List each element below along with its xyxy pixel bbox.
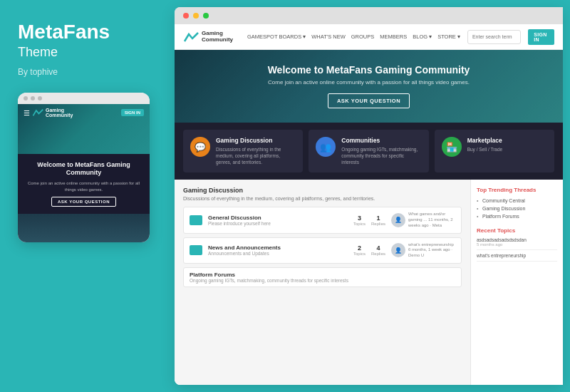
replies-count-1: 1 (371, 215, 385, 222)
brand-title: MetaFans (18, 21, 110, 43)
forum-item-news: News and Announcements Announcements and… (183, 237, 462, 264)
hamburger-icon: ☰ (24, 109, 30, 117)
replies-label-2: Replies (371, 252, 385, 256)
browser-close-dot (183, 13, 189, 19)
forum-latest-2: 👤 what's entrepreneurship 6 months, 1 we… (391, 242, 455, 259)
feature-title-communities: Communities (341, 137, 421, 144)
site-navbar: Gaming Community GAMESPOT BOARDS ▾ WHAT'… (175, 24, 563, 50)
forum-item-general: General Discussion Please introduce your… (183, 207, 462, 233)
forum-stats-news: 2 Topics 4 Replies (353, 244, 385, 256)
feature-title-marketplace: Marketplace (467, 137, 503, 144)
avatar-1: 👤 (391, 213, 405, 227)
search-input[interactable] (468, 34, 521, 39)
feature-title-gaming: Gaming Discussion (216, 137, 296, 144)
nav-link-whats-new[interactable]: WHAT'S NEW (311, 33, 346, 40)
recent-text-1[interactable]: asdsadsadsadsdsdsdan (477, 237, 557, 242)
topics-count-1: 3 (353, 215, 366, 222)
avatar-2: 👤 (391, 243, 405, 257)
section-title: Gaming Discussion (183, 187, 462, 194)
mobile-dot-1 (24, 96, 28, 100)
latest-text-1: What games and/or gaming ... 11 months, … (408, 212, 455, 228)
forum-item-platform: Platform Forums Ongoing gaming IGTs, mat… (183, 267, 462, 287)
trending-item-3[interactable]: Platform Forums (477, 212, 557, 220)
forum-name-news[interactable]: News and Announcements (208, 244, 348, 251)
mobile-desc-text: Come join an active online community wit… (25, 180, 142, 192)
topics-count-2: 2 (353, 244, 366, 252)
mobile-signin-button[interactable]: SIGN IN (121, 109, 144, 116)
site-logo-icon (183, 31, 199, 43)
platform-desc: Ongoing gaming IGTs, matchmaking, commun… (190, 278, 455, 283)
mobile-bottom (18, 214, 150, 242)
mobile-preview: ☰ Gaming Community SIGN IN Welcome to Me… (18, 93, 150, 242)
replies-count-2: 4 (371, 244, 385, 252)
forum-name-general[interactable]: General Discussion (208, 215, 348, 221)
forum-icon-news (190, 245, 202, 255)
recent-time-1: 5 months ago (477, 242, 557, 247)
platform-name[interactable]: Platform Forums (190, 272, 455, 278)
gaming-discussion-icon: 💬 (190, 137, 210, 157)
trending-item-2[interactable]: Gaming Discussion (477, 205, 557, 212)
browser-minimize-dot (193, 13, 199, 19)
browser-mockup: Gaming Community GAMESPOT BOARDS ▾ WHAT'… (175, 7, 563, 385)
mobile-logo-icon (32, 108, 43, 117)
sidebar: Top Trending Threads Community Central G… (470, 180, 563, 385)
hero-cta-button[interactable]: ASK YOUR QUESTION (328, 93, 410, 108)
by-author: By tophive (18, 67, 58, 77)
hero-section: Welcome to MetaFans Gaming Community Com… (175, 50, 563, 123)
site-logo: Gaming Community (183, 31, 240, 43)
mobile-content: Welcome to MetaFans Gaming Community Com… (18, 154, 150, 214)
main-content: Gaming Discussion Discussions of everyth… (175, 180, 563, 385)
nav-link-blog[interactable]: BLOG ▾ (413, 33, 432, 40)
mobile-nav: ☰ Gaming Community SIGN IN (18, 104, 150, 122)
nav-link-store[interactable]: STORE ▾ (437, 33, 460, 40)
marketplace-icon: 🏪 (442, 137, 462, 157)
hero-content: Welcome to MetaFans Gaming Community Com… (189, 64, 549, 108)
mobile-dot-2 (31, 96, 35, 100)
nav-link-boards[interactable]: GAMESPOT BOARDS ▾ (247, 33, 306, 40)
signin-button[interactable]: SIGN IN (528, 29, 554, 45)
site-logo-text: Gaming Community (202, 31, 233, 43)
search-box: 🔍 (467, 30, 521, 44)
section-desc: Discussions of everything in the medium,… (183, 196, 462, 201)
trending-item-1[interactable]: Community Central (477, 197, 557, 205)
forum-sub-general: Please introduce yourself here (208, 221, 348, 226)
feature-desc-communities: Ongoing gaming IGTs, matchmaking, commun… (341, 146, 421, 165)
mobile-welcome-text: Welcome to MetaFans Gaming Community (25, 161, 142, 177)
nav-link-groups[interactable]: GROUPS (351, 33, 375, 40)
brand-subtitle: Theme (18, 45, 58, 60)
nav-link-members[interactable]: MEMBERS (380, 33, 407, 40)
trending-title: Top Trending Threads (477, 187, 557, 193)
recent-item-2: what's entrepreneurship (477, 253, 557, 262)
browser-chrome (175, 7, 563, 24)
hero-title: Welcome to MetaFans Gaming Community (189, 64, 549, 76)
content-left: Gaming Discussion Discussions of everyth… (175, 180, 470, 385)
forum-sub-news: Announcements and Updates (208, 251, 348, 256)
communities-icon: 👥 (316, 137, 336, 157)
topics-label-1: Topics (353, 222, 366, 226)
recent-title: Recent Topics (477, 227, 557, 234)
forum-latest-1: 👤 What games and/or gaming ... 11 months… (391, 212, 455, 228)
left-panel: MetaFans Theme By tophive ☰ Gaming Commu… (0, 0, 175, 392)
feature-card-communities: 👥 Communities Ongoing gaming IGTs, match… (309, 130, 428, 172)
nav-links: GAMESPOT BOARDS ▾ WHAT'S NEW GROUPS MEMB… (247, 33, 460, 40)
browser-maximize-dot (203, 13, 209, 19)
mobile-logo-text: Gaming Community (46, 108, 73, 118)
latest-text-2: what's entrepreneurship 6 months, 1 week… (408, 242, 455, 259)
hero-desc: Come join an active online community wit… (189, 79, 549, 86)
mobile-ask-button[interactable]: ASK YOUR QUESTION (51, 197, 116, 207)
recent-item-1: asdsadsadsadsdsdsdan 5 months ago (477, 237, 557, 250)
feature-card-gaming-discussion: 💬 Gaming Discussion Discussions of every… (183, 130, 303, 172)
forum-stats-general: 3 Topics 1 Replies (353, 215, 385, 226)
feature-card-marketplace: 🏪 Marketplace Buy / Sell / Trade (435, 130, 554, 172)
feature-desc-gaming: Discussions of everything in the medium,… (216, 146, 296, 165)
mobile-dots (18, 93, 150, 104)
trending-list: Community Central Gaming Discussion Plat… (477, 197, 557, 220)
feature-desc-marketplace: Buy / Sell / Trade (467, 146, 503, 153)
mobile-hero: ☰ Gaming Community SIGN IN (18, 104, 150, 154)
replies-label-1: Replies (371, 222, 385, 226)
feature-cards: 💬 Gaming Discussion Discussions of every… (175, 123, 563, 180)
browser-content: Gaming Community GAMESPOT BOARDS ▾ WHAT'… (175, 24, 563, 385)
mobile-dot-3 (38, 96, 42, 100)
recent-text-2[interactable]: what's entrepreneurship (477, 253, 557, 258)
topics-label-2: Topics (353, 252, 366, 256)
